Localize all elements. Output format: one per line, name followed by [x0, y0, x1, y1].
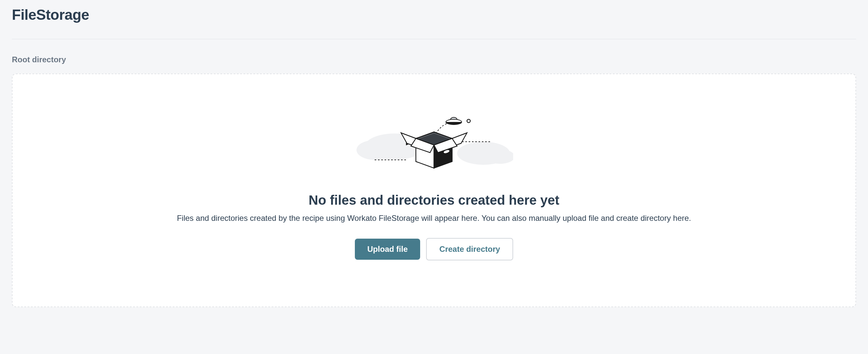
- empty-box-ufo-icon: [355, 114, 513, 176]
- breadcrumb: Root directory: [12, 55, 856, 64]
- empty-state-container: No files and directories created here ye…: [12, 73, 856, 307]
- empty-state-actions: Upload file Create directory: [355, 238, 514, 260]
- empty-state-description: Files and directories created by the rec…: [177, 214, 691, 223]
- page-header: FileStorage: [12, 7, 856, 39]
- create-directory-button[interactable]: Create directory: [426, 238, 513, 260]
- breadcrumb-current: Root directory: [12, 55, 66, 64]
- empty-state-heading: No files and directories created here ye…: [309, 193, 559, 208]
- page-title: FileStorage: [12, 7, 856, 23]
- upload-file-button[interactable]: Upload file: [355, 238, 421, 260]
- svg-point-9: [467, 119, 470, 123]
- svg-point-1: [356, 140, 393, 160]
